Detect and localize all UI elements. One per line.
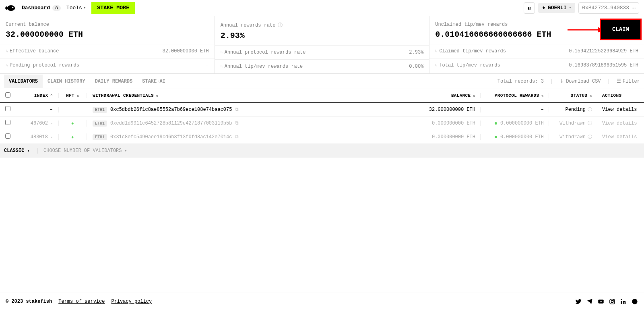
nft-sparkle-icon: ✦: [71, 120, 74, 127]
sub-arrow-icon: ↳: [6, 63, 8, 68]
select-all-checkbox[interactable]: [5, 92, 10, 98]
col-protocol-rewards[interactable]: PROTOCOL REWARDS⇅: [481, 93, 549, 98]
network-selector[interactable]: ♦ GOERLI ▾: [538, 3, 575, 13]
table-row: 467602↗✦ETH10xedd1d9911c6452728b81129e42…: [0, 117, 644, 130]
chevron-down-icon: ▾: [84, 6, 86, 10]
annotation-arrow-icon: [568, 26, 604, 34]
choose-validators-selector[interactable]: CHOOSE NUMBER OF VALIDATORS ▾: [37, 148, 127, 154]
filter-button[interactable]: ☰Filter: [617, 78, 640, 84]
network-name: GOERLI: [548, 5, 567, 11]
pending-rewards-value: –: [206, 62, 208, 68]
row-protocol-rewards: 0.000000000 ETH: [500, 121, 544, 126]
external-link-icon[interactable]: ↗: [50, 121, 53, 126]
sub-arrow-icon: ↳: [221, 64, 223, 69]
current-balance-label: Current balance: [6, 22, 209, 27]
info-icon[interactable]: ⓘ: [278, 22, 283, 29]
row-status: Pending: [566, 107, 586, 112]
copy-icon[interactable]: ⧉: [235, 121, 239, 126]
nft-sparkle-icon: ✦: [71, 134, 74, 140]
wallet-address-text: 0xB42723…940833: [582, 5, 629, 11]
summary-balance-col: Current balance 32.000000000 ETH ↳Effect…: [0, 16, 215, 73]
stake-more-button[interactable]: STAKE MORE: [91, 2, 135, 14]
wallet-address-pill[interactable]: 0xB42723…940833 ⋯: [578, 2, 639, 14]
view-details-link[interactable]: View details: [602, 107, 637, 112]
table-footer-bar: CLASSIC ▾ CHOOSE NUMBER OF VALIDATORS ▾: [0, 144, 644, 158]
status-dot-icon: [495, 136, 497, 138]
external-link-icon[interactable]: ↗: [50, 135, 53, 139]
pending-rewards-label: Pending protocol rewards: [10, 62, 79, 68]
svg-point-0: [7, 5, 15, 11]
validator-index: 483018: [31, 134, 48, 140]
sort-icon: ⇅: [541, 94, 544, 98]
eth1-badge: ETH1: [93, 121, 107, 127]
col-withdrawal-credentials[interactable]: WITHDRAWAL CREDENTIALS⇅: [87, 93, 416, 98]
sort-icon: ⇅: [156, 94, 159, 98]
sub-arrow-icon: ↳: [435, 49, 438, 54]
row-balance: 0.000000000 ETH: [416, 121, 481, 126]
copy-icon[interactable]: ⧉: [235, 107, 239, 112]
info-icon[interactable]: ⓘ: [588, 121, 592, 126]
copy-icon[interactable]: ⧉: [235, 134, 239, 140]
stakefish-logo: [5, 4, 16, 12]
info-icon[interactable]: ⓘ: [588, 107, 592, 112]
row-status: Withdrawn: [559, 134, 586, 140]
dashboard-link[interactable]: Dashboard: [22, 5, 50, 11]
row-protocol-rewards: –: [541, 107, 544, 112]
annual-tipmev-rate-label: Annual tip/mev rewards rate: [225, 64, 303, 69]
view-details-link[interactable]: View details: [602, 134, 637, 140]
col-status[interactable]: STATUS⇅: [549, 93, 597, 98]
sub-arrow-icon: ↳: [221, 50, 223, 55]
eth1-badge: ETH1: [93, 107, 107, 113]
table-body: –ETH10xc5dbdb26f1c8ae85552a7b69ece108e74…: [0, 103, 644, 144]
table-header: INDEX^ NFT⇅ WITHDRAWAL CREDENTIALS⇅ BALA…: [0, 89, 644, 103]
download-icon: ⭳: [559, 78, 564, 84]
withdrawal-credential: 0xedd1d9911c6452728b81129e4271877003119b…: [110, 121, 232, 126]
summary-panel: Current balance 32.000000000 ETH ↳Effect…: [0, 16, 644, 74]
ethereum-icon: ♦: [542, 5, 545, 11]
tab-daily-rewards[interactable]: DAILY REWARDS: [90, 75, 138, 88]
top-header: Dashboard 8 Tools ▾ STAKE MORE ◐ ♦ GOERL…: [0, 0, 644, 16]
validator-index: 467602: [31, 121, 48, 126]
chevron-down-icon: ▾: [125, 149, 127, 153]
chevron-down-icon: ▾: [569, 6, 571, 10]
row-checkbox[interactable]: [5, 133, 10, 139]
validator-index: –: [50, 107, 53, 112]
claimed-rewards-value: 0.159421225229684929 ETH: [569, 48, 638, 54]
total-rewards-label: Total tip/mev rewards: [439, 62, 500, 68]
col-actions: ACTIONS: [597, 93, 644, 98]
effective-balance-label: Effective balance: [10, 48, 59, 54]
claimed-rewards-label: Claimed tip/mev rewards: [439, 48, 506, 54]
total-rewards-value: 0.169837891896351595 ETH: [569, 62, 638, 68]
row-balance: 32.000000000 ETH: [416, 107, 481, 112]
svg-point-1: [12, 6, 13, 8]
tab-claim-history[interactable]: CLAIM HISTORY: [43, 75, 90, 88]
sort-icon: ⇅: [473, 94, 475, 98]
row-checkbox[interactable]: [5, 106, 10, 111]
more-icon[interactable]: ⋯: [632, 5, 636, 11]
annual-protocol-rate-label: Annual protocol rewards rate: [225, 50, 306, 55]
row-balance: 0.000000000 ETH: [416, 134, 481, 140]
tab-stake-ai[interactable]: STAKE·AI: [137, 75, 170, 88]
tools-menu[interactable]: Tools: [66, 5, 82, 11]
withdrawal-credential: 0xc5dbdb26f1c8ae85552a7b69ece108e74baac0…: [110, 107, 232, 112]
annual-protocol-rate-value: 2.93%: [409, 50, 423, 55]
col-nft[interactable]: NFT⇅: [59, 93, 87, 98]
col-balance[interactable]: BALANCE⇅: [416, 93, 481, 98]
row-checkbox[interactable]: [5, 120, 10, 125]
claim-button[interactable]: CLAIM: [600, 19, 642, 40]
sort-icon: ⇅: [590, 94, 592, 98]
summary-unclaimed-col: Unclaimed tip/mev rewards 0.010416666666…: [429, 16, 644, 73]
download-csv-button[interactable]: ⭳Download CSV: [559, 78, 601, 84]
table-row: –ETH10xc5dbdb26f1c8ae85552a7b69ece108e74…: [0, 103, 644, 117]
col-index[interactable]: INDEX^: [15, 93, 59, 98]
tab-validators[interactable]: VALIDATORS: [4, 75, 43, 88]
withdrawal-credential: 0x31c8efc5490aee19cd6b8f13f0fd8ac142e701…: [110, 134, 232, 140]
dark-mode-toggle[interactable]: ◐: [524, 2, 535, 14]
table-row: 483018↗✦ETH10x31c8efc5490aee19cd6b8f13f0…: [0, 130, 644, 144]
classic-selector[interactable]: CLASSIC ▾: [4, 148, 29, 154]
dashboard-count-badge: 8: [52, 5, 61, 11]
annual-rewards-rate-label: Annual rewards rate: [221, 23, 276, 28]
view-details-link[interactable]: View details: [602, 121, 637, 126]
sort-asc-icon: ^: [50, 94, 53, 98]
info-icon[interactable]: ⓘ: [588, 135, 592, 139]
